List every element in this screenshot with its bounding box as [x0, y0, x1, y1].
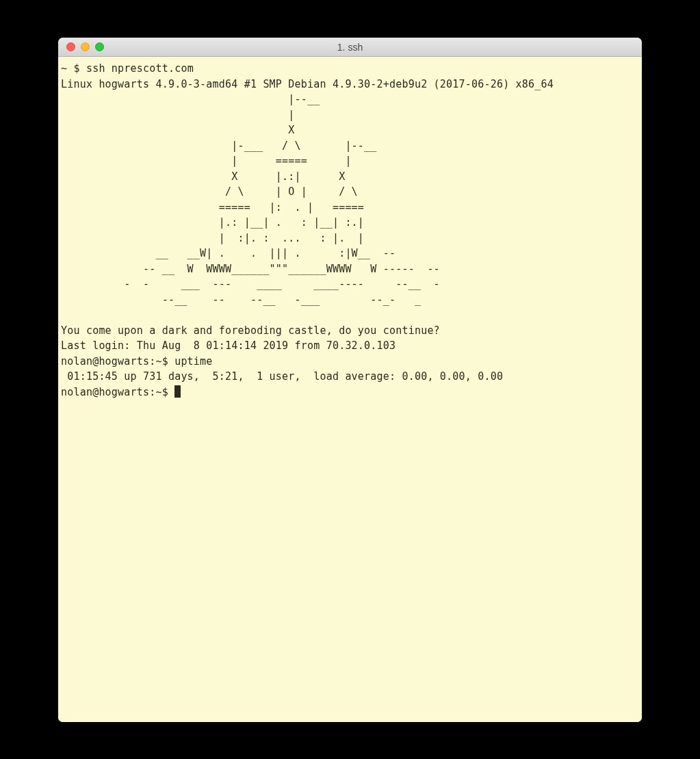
- ascii-art: |--__ | X |-___ / \ |--__ | ===== |: [61, 93, 440, 306]
- close-icon[interactable]: [66, 42, 75, 51]
- terminal-window: 1. ssh ~ $ ssh nprescott.com Linux hogwa…: [58, 38, 642, 722]
- titlebar[interactable]: 1. ssh: [58, 38, 642, 57]
- zoom-icon[interactable]: [95, 42, 104, 51]
- window-title: 1. ssh: [337, 42, 363, 53]
- terminal-content[interactable]: ~ $ ssh nprescott.com Linux hogwarts 4.9…: [58, 57, 642, 722]
- local-prompt: ~ $: [61, 62, 86, 75]
- motd-line: You come upon a dark and foreboding cast…: [61, 324, 440, 337]
- minimize-icon[interactable]: [81, 42, 90, 51]
- remote-prompt-2: nolan@hogwarts:~$: [61, 386, 174, 398]
- uptime-output: 01:15:45 up 731 days, 5:21, 1 user, load…: [61, 370, 503, 383]
- traffic-lights: [58, 42, 104, 51]
- cursor-icon: [174, 385, 181, 398]
- last-login: Last login: Thu Aug 8 01:14:14 2019 from…: [61, 339, 396, 352]
- uptime-command: uptime: [174, 355, 212, 368]
- remote-prompt-1: nolan@hogwarts:~$: [61, 355, 174, 368]
- banner-line: Linux hogwarts 4.9.0-3-amd64 #1 SMP Debi…: [61, 78, 554, 90]
- ssh-command: ssh nprescott.com: [86, 62, 194, 75]
